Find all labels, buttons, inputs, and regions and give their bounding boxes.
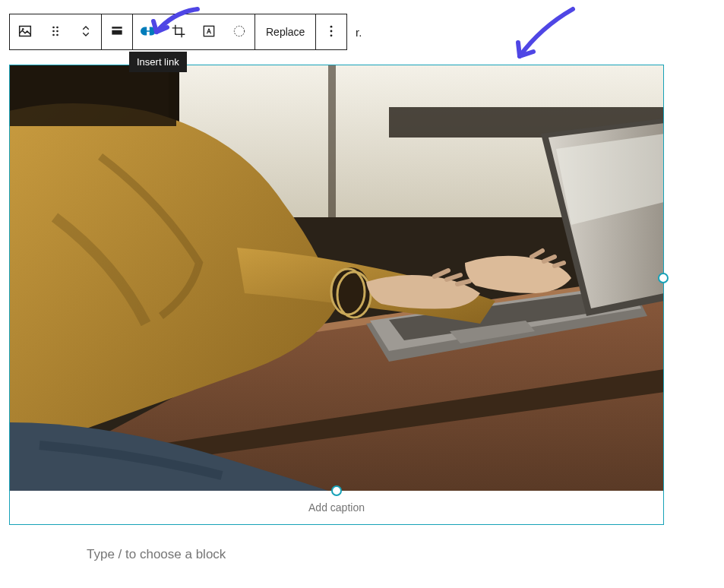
svg-point-6	[56, 33, 58, 36]
image-block-selected[interactable]: Add caption	[9, 65, 664, 525]
svg-rect-10	[204, 26, 213, 36]
svg-point-4	[56, 30, 58, 32]
crop-icon	[171, 24, 186, 41]
svg-point-2	[56, 26, 58, 28]
svg-point-13	[330, 30, 333, 32]
svg-point-1	[52, 26, 55, 28]
svg-point-14	[330, 34, 333, 36]
crop-button[interactable]	[163, 14, 194, 49]
align-icon	[109, 24, 125, 41]
annotation-arrow-image	[511, 5, 579, 65]
duotone-button[interactable]	[224, 14, 255, 49]
duotone-icon	[232, 24, 247, 41]
svg-point-0	[22, 27, 24, 30]
drag-handle-button[interactable]	[40, 14, 71, 49]
resize-handle-bottom[interactable]	[331, 485, 342, 496]
background-text-fragment: r.	[356, 26, 362, 39]
svg-rect-19	[328, 65, 336, 217]
svg-rect-8	[112, 30, 122, 34]
more-options-icon	[324, 24, 339, 41]
svg-point-3	[52, 30, 55, 32]
svg-rect-7	[112, 27, 122, 29]
image-content[interactable]	[10, 65, 663, 491]
text-overlay-button[interactable]	[194, 14, 224, 49]
svg-point-11	[234, 26, 244, 36]
insert-link-tooltip: Insert link	[129, 52, 187, 72]
svg-point-5	[52, 33, 55, 36]
replace-button[interactable]: Replace	[255, 14, 315, 49]
photo-illustration	[10, 65, 663, 491]
text-overlay-icon	[201, 24, 217, 41]
more-options-button[interactable]	[316, 14, 346, 49]
move-up-down-button[interactable]	[71, 14, 101, 49]
link-icon	[140, 23, 156, 42]
image-icon	[17, 23, 33, 42]
block-toolbar: Replace	[9, 14, 347, 50]
drag-handle-icon	[48, 24, 63, 41]
svg-rect-34	[10, 65, 176, 126]
move-up-down-icon	[79, 23, 93, 42]
svg-point-12	[330, 25, 333, 27]
block-type-image-button[interactable]	[10, 14, 40, 49]
block-appender[interactable]: Type / to choose a block	[87, 547, 226, 562]
insert-link-button[interactable]	[133, 14, 163, 49]
resize-handle-right[interactable]	[658, 273, 669, 283]
align-button[interactable]	[102, 14, 132, 49]
